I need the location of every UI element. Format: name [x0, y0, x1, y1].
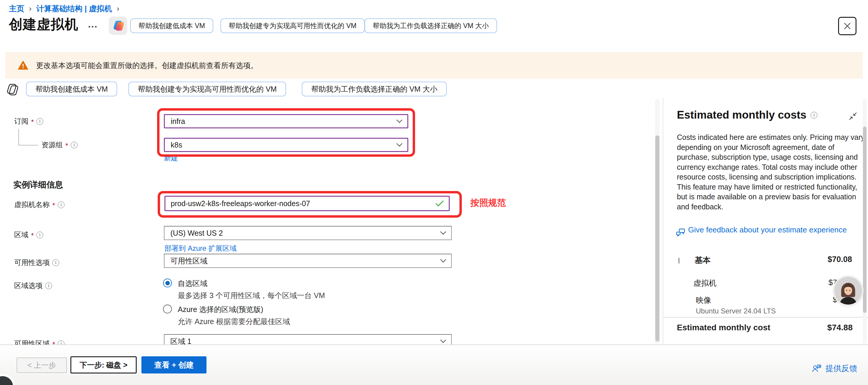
wizard-footer: < 上一步 下一步: 磁盘 > 查看 + 创建 [0, 345, 868, 385]
vm-name-annotation: 按照规范 [470, 197, 506, 209]
radio-selected-icon[interactable] [163, 279, 172, 287]
valid-check-icon [435, 198, 444, 206]
cost-panel-title: Estimated monthly costs [677, 109, 806, 121]
total-cost-label: Estimated monthly cost [677, 323, 770, 332]
zone-option-azure-selected[interactable]: Azure 选择的区域(预览版) 允许 Azure 根据需要分配最佳区域 [163, 304, 290, 326]
availability-options-dropdown[interactable]: 可用性区域 [164, 254, 452, 268]
info-icon[interactable] [45, 282, 52, 289]
person-feedback-icon [812, 364, 821, 373]
field-label-text: 订阅 [14, 117, 28, 126]
availability-options-value: 可用性区域 [170, 256, 207, 266]
warning-banner: 更改基本选项可能会重置所做的选择。创建虚拟机前查看所有选项。 [5, 52, 863, 79]
deploy-edge-zone-link[interactable]: 部署到 Azure 扩展区域 [164, 244, 237, 253]
next-step-disks-button[interactable]: 下一步: 磁盘 > [70, 356, 137, 374]
panel-scrollbar-thumb[interactable] [863, 127, 867, 313]
warning-message: 更改基本选项可能会重置所做的选择。创建虚拟机前查看所有选项。 [36, 61, 258, 70]
page-feedback-label: 提供反馈 [826, 363, 857, 374]
panel-divider [663, 98, 663, 345]
subscription-dropdown[interactable]: infra [164, 114, 408, 128]
availability-options-label: 可用性选项 [14, 258, 59, 267]
estimate-feedback-link[interactable]: Give feedback about your estimate experi… [688, 225, 858, 235]
chevron-down-icon [440, 337, 446, 343]
breadcrumb-home-link[interactable]: 主页 [9, 4, 24, 14]
suggestion-label: 帮助我创建低成本 VM [35, 84, 108, 94]
copilot-icon [112, 20, 124, 32]
copilot-button[interactable] [109, 17, 127, 35]
hierarchy-connector [18, 129, 19, 146]
suggestion-right-vm-size-top[interactable]: 帮助我为工作负载选择正确的 VM 大小 [365, 18, 497, 33]
suggestion-label: 帮助我创建专为实现高可用性而优化的 VM [138, 84, 277, 94]
vm-name-label: 虚拟机名称 * [14, 200, 64, 210]
cost-panel-header: Estimated monthly costs [677, 109, 817, 121]
assistant-avatar[interactable] [834, 277, 862, 304]
chevron-down-icon [396, 141, 402, 147]
required-marker: * [65, 142, 68, 150]
field-label-text: 资源组 [41, 140, 63, 150]
zone-option-label: 自选区域 [178, 279, 325, 288]
chevron-down-icon [440, 229, 446, 235]
field-label-text: 虚拟机名称 [14, 200, 50, 210]
warning-icon [18, 60, 28, 71]
chevron-down-icon [396, 117, 402, 123]
breadcrumb: 主页 › 计算基础结构 | 虚拟机 › [9, 4, 124, 14]
cost-divider [663, 317, 868, 318]
region-label: 区域 * [14, 230, 43, 239]
close-icon [843, 22, 852, 30]
required-marker: * [31, 118, 34, 126]
resource-group-dropdown[interactable]: k8s [164, 138, 408, 152]
more-button[interactable]: … [88, 18, 98, 30]
breadcrumb-separator: › [117, 4, 119, 13]
chevron-down-icon [440, 257, 446, 263]
suggestion-high-availability-vm-top[interactable]: 帮助我创建专为实现高可用性而优化的 VM [220, 18, 365, 33]
suggestion-right-vm-size[interactable]: 帮助我为工作负载选择正确的 VM 大小 [302, 82, 447, 96]
radio-unselected-icon[interactable] [163, 304, 172, 314]
previous-step-button[interactable]: < 上一步 [17, 357, 67, 373]
feedback-bubbles-icon [676, 228, 686, 239]
subscription-value: infra [171, 117, 185, 126]
close-button[interactable] [838, 17, 857, 35]
cost-item-sublabel: Ubuntu Server 24.04 LTS [696, 307, 776, 315]
vm-name-input[interactable] [171, 199, 436, 208]
field-label-text: 区域选项 [14, 281, 42, 290]
page-feedback-link[interactable]: 提供反馈 [812, 363, 857, 374]
field-label-text: 区域 [14, 230, 28, 239]
info-icon[interactable] [58, 201, 64, 208]
cost-item-label: 虚拟机 [693, 278, 716, 288]
vm-name-field [164, 196, 450, 211]
info-icon[interactable] [36, 118, 43, 125]
info-icon[interactable] [811, 112, 817, 119]
cost-group-label[interactable]: 基本 [695, 255, 711, 265]
info-icon[interactable] [71, 142, 78, 149]
region-dropdown[interactable]: (US) West US 2 [164, 226, 452, 240]
resource-group-label: 资源组 * [41, 140, 78, 150]
suggestion-low-cost-vm-top[interactable]: 帮助我创建低成本 VM [130, 18, 213, 33]
instance-details-heading: 实例详细信息 [13, 179, 63, 190]
cost-item-label: 映像 [696, 295, 711, 306]
subscription-label: 订阅 * [14, 117, 43, 126]
required-marker: * [31, 231, 34, 240]
info-icon[interactable] [52, 259, 59, 266]
breadcrumb-virtual-machines-link[interactable]: 计算基础结构 | 虚拟机 [36, 4, 112, 14]
main-scrollbar-thumb[interactable] [655, 135, 659, 342]
suggestion-high-availability-vm[interactable]: 帮助我创建专为实现高可用性而优化的 VM [128, 82, 286, 96]
copilot-outline-icon [5, 83, 19, 96]
expand-group-chevron[interactable] [679, 258, 679, 263]
suggestion-label: 帮助我为工作负载选择正确的 VM 大小 [373, 21, 489, 30]
breadcrumb-separator: › [29, 4, 32, 13]
suggestion-label: 帮助我为工作负载选择正确的 VM 大小 [311, 84, 437, 94]
zone-options-label: 区域选项 [14, 281, 52, 290]
required-marker: * [52, 201, 55, 210]
zone-option-label: Azure 选择的区域(预览版) [178, 304, 290, 314]
review-create-button[interactable]: 查看 + 创建 [142, 356, 207, 374]
collapse-panel-button[interactable] [848, 112, 857, 122]
region-value: (US) West US 2 [170, 229, 223, 237]
info-icon[interactable] [36, 231, 43, 238]
hierarchy-connector [18, 145, 38, 146]
suggestion-low-cost-vm[interactable]: 帮助我创建低成本 VM [26, 82, 117, 96]
zone-option-self-selected[interactable]: 自选区域 最多选择 3 个可用性区域，每个区域一台 VM [163, 279, 325, 300]
cost-disclaimer: Costs indicated here are estimates only.… [677, 132, 866, 212]
resource-group-value: k8s [171, 141, 182, 149]
create-new-resource-group-link[interactable]: 新建 [164, 153, 178, 163]
suggestion-label: 帮助我创建低成本 VM [138, 21, 205, 30]
field-label-text: 可用性选项 [14, 258, 50, 267]
